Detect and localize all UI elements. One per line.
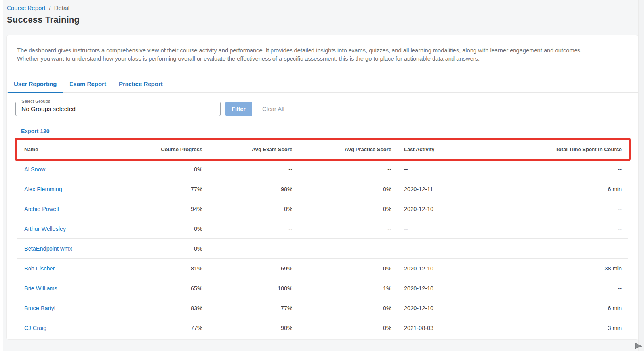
filter-button[interactable]: Filter <box>225 102 252 116</box>
cell-course-progress: 0% <box>136 246 202 252</box>
cell-avg-practice-score: 0% <box>292 305 391 311</box>
select-groups-value: No Groups selected <box>16 102 220 116</box>
user-name-link[interactable]: Bruce Bartyl <box>24 305 55 311</box>
cell-course-progress: 65% <box>136 285 202 292</box>
cell-last-activity: 2020-12-10 <box>391 206 510 212</box>
cell-total-time: -- <box>510 246 628 252</box>
breadcrumb: Course Report / Detail <box>7 4 80 11</box>
cell-last-activity: -- <box>391 166 510 173</box>
table-row-betaendpoint-wmx: BetaEndpoint wmx0%-------- <box>17 239 628 259</box>
breadcrumb-current: Detail <box>54 4 69 11</box>
cell-last-activity: 2021-08-03 <box>391 325 510 331</box>
cell-last-activity: 2020-12-10 <box>391 265 510 272</box>
cell-course-progress: 77% <box>136 186 202 192</box>
page-header: Course Report / Detail Success Training <box>7 4 80 25</box>
filter-row: Select Groups No Groups selected Filter … <box>15 102 638 116</box>
cell-avg-practice-score: -- <box>292 166 391 173</box>
cell-avg-exam-score: -- <box>202 226 292 232</box>
cell-avg-exam-score: 100% <box>202 285 292 292</box>
tab-user-reporting[interactable]: User Reporting <box>8 77 63 92</box>
cell-avg-practice-score: 0% <box>292 206 391 212</box>
cell-avg-exam-score: 69% <box>202 265 292 272</box>
table-row-bob-fischer: Bob Fischer81%69%0%2020-12-1038 min <box>17 259 628 278</box>
user-name-link[interactable]: CJ Craig <box>24 325 46 331</box>
cell-last-activity: -- <box>391 246 510 252</box>
column-header-total-time-spent-in-course: Total Time Spent in Course <box>510 146 628 152</box>
table-row-al-snow: Al Snow0%-------- <box>17 159 628 179</box>
table-row-arthur-wellesley: Arthur Wellesley0%-------- <box>17 219 628 239</box>
breadcrumb-separator: / <box>49 4 51 11</box>
cell-name: Arthur Wellesley <box>17 226 136 232</box>
cell-name: Archie Powell <box>17 206 136 212</box>
tab-exam-report[interactable]: Exam Report <box>63 77 112 92</box>
mouse-cursor <box>635 343 643 349</box>
cell-course-progress: 0% <box>136 166 202 173</box>
export-link[interactable]: Export 120 <box>21 128 50 134</box>
page-title: Success Training <box>7 15 80 25</box>
cell-last-activity: 2020-12-11 <box>391 186 510 192</box>
cell-avg-exam-score: 0% <box>202 206 292 212</box>
cell-avg-exam-score: 77% <box>202 305 292 311</box>
table-row-cj-craig: CJ Craig77%90%0%2021-08-033 min <box>17 318 628 338</box>
left-edge-panel <box>0 0 3 351</box>
user-name-link[interactable]: Archie Powell <box>24 206 59 212</box>
table-row-brie-williams: Brie Williams65%100%1%2020-12-10-- <box>17 278 628 298</box>
cell-course-progress: 81% <box>136 265 202 272</box>
cell-avg-practice-score: 0% <box>292 186 391 192</box>
cell-avg-practice-score: 1% <box>292 285 391 292</box>
scrollbar-gutter[interactable] <box>638 0 644 351</box>
user-name-link[interactable]: Arthur Wellesley <box>24 226 66 232</box>
cell-course-progress: 77% <box>136 325 202 331</box>
column-header-avg-practice-score: Avg Practice Score <box>292 146 391 152</box>
column-header-avg-exam-score: Avg Exam Score <box>202 146 292 152</box>
user-name-link[interactable]: Alex Flemming <box>24 186 62 192</box>
user-name-link[interactable]: Bob Fischer <box>24 265 55 272</box>
cell-avg-exam-score: -- <box>202 166 292 173</box>
user-name-link[interactable]: BetaEndpoint wmx <box>24 246 72 252</box>
user-name-link[interactable]: Brie Williams <box>24 285 57 292</box>
cell-total-time: -- <box>510 285 628 292</box>
select-groups-label: Select Groups <box>19 99 52 104</box>
cell-total-time: 6 min <box>510 305 628 311</box>
tab-practice-report[interactable]: Practice Report <box>112 77 169 92</box>
cell-last-activity: 2020-12-10 <box>391 305 510 311</box>
cell-avg-exam-score: 98% <box>202 186 292 192</box>
cell-total-time: -- <box>510 166 628 173</box>
cell-name: CJ Craig <box>17 325 136 331</box>
table-header-row: NameCourse ProgressAvg Exam ScoreAvg Pra… <box>17 140 628 159</box>
dashboard-description: The dashboard gives instructors a compre… <box>17 46 599 63</box>
cell-course-progress: 94% <box>136 206 202 212</box>
cell-name: Brie Williams <box>17 285 136 292</box>
cell-name: Alex Flemming <box>17 186 136 192</box>
cell-total-time: 6 min <box>510 186 628 192</box>
column-header-name: Name <box>17 146 136 152</box>
cell-avg-practice-score: -- <box>292 226 391 232</box>
cell-avg-practice-score: -- <box>292 246 391 252</box>
cell-avg-exam-score: -- <box>202 246 292 252</box>
cell-name: Al Snow <box>17 166 136 173</box>
cell-avg-practice-score: 0% <box>292 265 391 272</box>
table-row-archie-powell: Archie Powell94%0%0%2020-12-10-- <box>17 199 628 219</box>
table-row-bruce-bartyl: Bruce Bartyl83%77%0%2020-12-106 min <box>17 298 628 318</box>
table-body: Al Snow0%--------Alex Flemming77%98%0%20… <box>17 159 628 338</box>
cell-course-progress: 0% <box>136 226 202 232</box>
user-report-table: NameCourse ProgressAvg Exam ScoreAvg Pra… <box>17 140 628 338</box>
cell-last-activity: -- <box>391 226 510 232</box>
cell-avg-exam-score: 90% <box>202 325 292 331</box>
cell-last-activity: 2020-12-10 <box>391 285 510 292</box>
cell-name: BetaEndpoint wmx <box>17 246 136 252</box>
report-card: The dashboard gives instructors a compre… <box>6 35 638 340</box>
table-row-alex-flemming: Alex Flemming77%98%0%2020-12-116 min <box>17 179 628 199</box>
cell-course-progress: 83% <box>136 305 202 311</box>
cell-name: Bruce Bartyl <box>17 305 136 311</box>
column-header-course-progress: Course Progress <box>136 146 202 152</box>
cell-name: Bob Fischer <box>17 265 136 272</box>
select-groups-field[interactable]: Select Groups No Groups selected <box>15 102 221 116</box>
cell-total-time: -- <box>510 206 628 212</box>
tab-bar: User ReportingExam ReportPractice Report <box>7 77 638 93</box>
user-name-link[interactable]: Al Snow <box>24 166 45 173</box>
clear-all-button[interactable]: Clear All <box>262 105 284 112</box>
cell-total-time: 3 min <box>510 325 628 331</box>
cell-avg-practice-score: 0% <box>292 325 391 331</box>
breadcrumb-course-report-link[interactable]: Course Report <box>7 4 46 11</box>
